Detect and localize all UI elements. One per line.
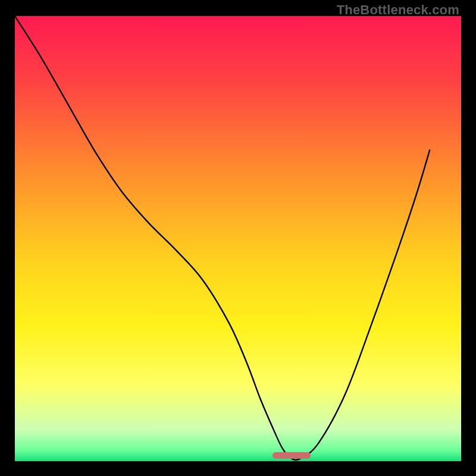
chart-frame: TheBottleneck.com [0, 0, 476, 476]
bottleneck-curve [15, 16, 461, 461]
plot-area [15, 16, 461, 461]
optimal-range-marker [273, 452, 311, 458]
